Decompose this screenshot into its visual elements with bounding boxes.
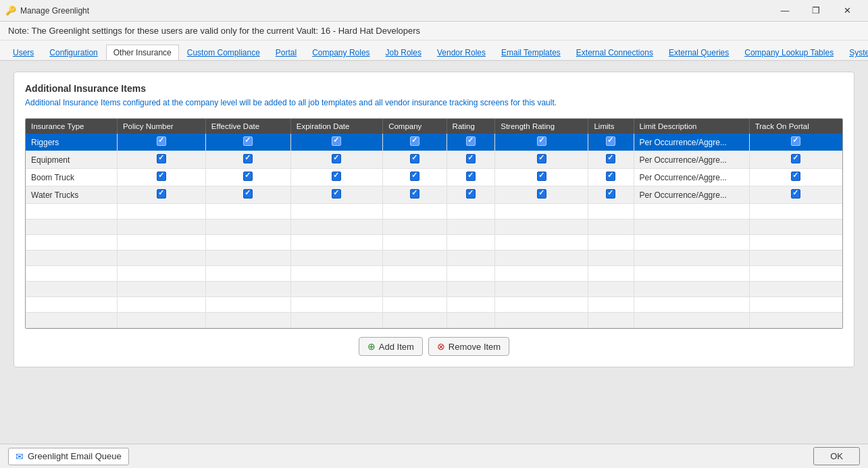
checkbox-cell-2[interactable]: [205, 134, 290, 151]
remove-button-label: Remove Item: [449, 342, 501, 352]
checkbox-cell-5[interactable]: [446, 186, 495, 204]
tab-external-connections[interactable]: External Connections: [569, 45, 661, 60]
buttons-row: ⊕ Add Item ⊗ Remove Item: [25, 337, 843, 356]
checkbox-cell-2[interactable]: [205, 151, 290, 169]
checkbox-cell-4[interactable]: [383, 134, 446, 151]
tab-job-roles[interactable]: Job Roles: [378, 45, 429, 60]
checkbox-cell-2[interactable]: [205, 186, 290, 204]
title-bar: 🔑 Manage Greenlight — ❐ ✕: [0, 0, 868, 22]
checkbox-cell-7[interactable]: [588, 169, 634, 186]
table-row-empty: [26, 219, 842, 235]
tab-vendor-roles[interactable]: Vendor Roles: [430, 45, 493, 60]
checkbox-checked: [332, 136, 341, 146]
checkbox-cell-6[interactable]: [495, 169, 588, 186]
checkbox-cell-5[interactable]: [446, 134, 495, 151]
email-icon: ✉: [16, 451, 24, 462]
checkbox-cell-6[interactable]: [495, 151, 588, 169]
tab-configuration[interactable]: Configuration: [42, 45, 105, 60]
insurance-type-cell: Water Trucks: [26, 186, 117, 204]
checkbox-cell-1[interactable]: [117, 169, 205, 186]
insurance-table: Insurance TypePolicy NumberEffective Dat…: [26, 119, 842, 328]
tab-company-lookup-tables[interactable]: Company Lookup Tables: [737, 45, 841, 60]
table-row-empty: [26, 297, 842, 313]
checkbox-cell-7[interactable]: [588, 151, 634, 169]
limit-description-cell: Per Occurrence/Aggre...: [634, 134, 749, 151]
checkbox-cell-3[interactable]: [290, 169, 382, 186]
maximize-button[interactable]: ❐: [800, 0, 832, 22]
track-portal-cell[interactable]: [749, 186, 842, 204]
tab-system-lookup-tables[interactable]: System Lookup Tables: [842, 45, 868, 60]
checkbox-cell-5[interactable]: [446, 151, 495, 169]
table-row[interactable]: EquipmentPer Occurrence/Aggre...: [26, 151, 842, 169]
checkbox-checked: [606, 154, 615, 163]
col-rating: Rating: [446, 119, 495, 134]
checkbox-cell-4[interactable]: [383, 169, 446, 186]
table-row-empty: [26, 251, 842, 266]
checkbox-checked: [410, 172, 419, 181]
checkbox-cell-1[interactable]: [117, 186, 205, 204]
checkbox-cell-7[interactable]: [588, 134, 634, 151]
checkbox-cell-6[interactable]: [495, 134, 588, 151]
checkbox-cell-3[interactable]: [290, 134, 382, 151]
limit-description-cell: Per Occurrence/Aggre...: [634, 186, 749, 204]
status-bar: ✉ Greenlight Email Queue OK: [0, 444, 868, 468]
add-item-button[interactable]: ⊕ Add Item: [359, 337, 423, 356]
tab-portal[interactable]: Portal: [268, 45, 304, 60]
minimize-button[interactable]: —: [769, 0, 800, 22]
checkbox-cell-2[interactable]: [205, 169, 290, 186]
tab-nav: UsersConfigurationOther InsuranceCustom …: [0, 41, 868, 61]
tab-email-templates[interactable]: Email Templates: [494, 45, 568, 60]
tab-external-queries[interactable]: External Queries: [661, 45, 736, 60]
insurance-type-cell: Riggers: [26, 134, 117, 151]
track-portal-cell[interactable]: [749, 151, 842, 169]
table-row[interactable]: Water TrucksPer Occurrence/Aggre...: [26, 186, 842, 204]
checkbox-cell-1[interactable]: [117, 151, 205, 169]
title-bar-left: 🔑 Manage Greenlight: [5, 5, 89, 16]
close-button[interactable]: ✕: [832, 0, 863, 22]
table-row-empty: [26, 282, 842, 297]
add-button-label: Add Item: [379, 342, 414, 352]
checkbox-checked: [791, 136, 800, 146]
tab-custom-compliance[interactable]: Custom Compliance: [180, 45, 267, 60]
remove-item-button[interactable]: ⊗ Remove Item: [428, 337, 509, 356]
table-row[interactable]: RiggersPer Occurrence/Aggre...: [26, 134, 842, 151]
checkbox-checked: [157, 154, 166, 163]
checkbox-cell-4[interactable]: [383, 151, 446, 169]
checkbox-cell-4[interactable]: [383, 186, 446, 204]
table-body: RiggersPer Occurrence/Aggre...EquipmentP…: [26, 134, 842, 328]
checkbox-cell-3[interactable]: [290, 151, 382, 169]
col-company: Company: [383, 119, 446, 134]
checkbox-checked: [606, 189, 615, 199]
ok-button[interactable]: OK: [813, 447, 860, 465]
checkbox-cell-1[interactable]: [117, 134, 205, 151]
checkbox-checked: [157, 172, 166, 181]
checkbox-cell-7[interactable]: [588, 186, 634, 204]
track-portal-cell[interactable]: [749, 134, 842, 151]
track-portal-cell[interactable]: [749, 169, 842, 186]
email-queue-button[interactable]: ✉ Greenlight Email Queue: [8, 448, 129, 465]
checkbox-cell-3[interactable]: [290, 186, 382, 204]
checkbox-cell-6[interactable]: [495, 186, 588, 204]
email-queue-label: Greenlight Email Queue: [28, 451, 122, 461]
checkbox-checked: [243, 172, 253, 181]
card: Additional Insurance Items Additional In…: [14, 72, 854, 367]
tab-users[interactable]: Users: [5, 45, 41, 60]
checkbox-checked: [606, 172, 615, 181]
note-text: Note: The Greenlight settings for these …: [8, 26, 420, 36]
checkbox-checked: [243, 136, 253, 146]
checkbox-checked: [410, 154, 419, 163]
tab-company-roles[interactable]: Company Roles: [305, 45, 377, 60]
col-effective-date: Effective Date: [205, 119, 290, 134]
table-header: Insurance TypePolicy NumberEffective Dat…: [26, 119, 842, 134]
checkbox-checked: [537, 136, 546, 146]
table-row-empty: [26, 313, 842, 328]
limit-description-cell: Per Occurrence/Aggre...: [634, 151, 749, 169]
checkbox-checked: [157, 189, 166, 199]
checkbox-cell-5[interactable]: [446, 169, 495, 186]
table-row[interactable]: Boom TruckPer Occurrence/Aggre...: [26, 169, 842, 186]
insurance-type-cell: Equipment: [26, 151, 117, 169]
table-container: Insurance TypePolicy NumberEffective Dat…: [25, 118, 843, 329]
insurance-type-cell: Boom Truck: [26, 169, 117, 186]
checkbox-checked: [243, 154, 253, 163]
tab-other-insurance[interactable]: Other Insurance: [106, 45, 179, 60]
